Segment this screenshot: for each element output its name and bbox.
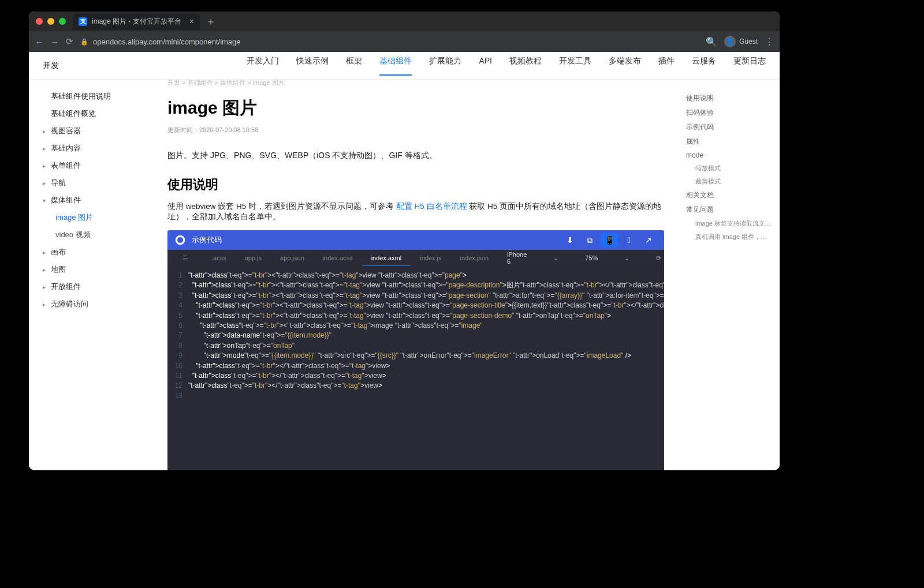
svg-point-1 bbox=[177, 237, 183, 243]
toc-item[interactable]: 扫码体验 bbox=[686, 106, 775, 120]
ant-logo-icon bbox=[174, 234, 186, 246]
sidebar: 基础组件使用说明基础组件概览▸视图容器▸基础内容▸表单组件▸导航▾媒体组件ima… bbox=[29, 80, 150, 470]
code-sample-panel: 示例代码 ⬇ ⧉ 📱 𖣯 ↗ ☰ .acssapp.jsapp.jsoninde… bbox=[167, 230, 664, 470]
tab-title: image 图片 - 支付宝开放平台 bbox=[92, 17, 181, 27]
top-nav-item[interactable]: 框架 bbox=[346, 56, 362, 76]
chevron-icon: ▸ bbox=[43, 301, 47, 308]
device-select[interactable]: iPhone 6 bbox=[498, 251, 536, 265]
share-button[interactable]: ↗ bbox=[640, 233, 657, 247]
favicon-icon: 支 bbox=[79, 17, 87, 26]
back-button[interactable]: ← bbox=[35, 37, 43, 47]
sidebar-item[interactable]: ▸基础内容 bbox=[29, 140, 150, 157]
toc-item[interactable]: 属性 bbox=[686, 134, 775, 149]
top-nav-menu: 开发入门快速示例框架基础组件扩展能力API视频教程开发工具多端发布插件云服务更新… bbox=[247, 56, 766, 76]
toc-item[interactable]: 常见问题 bbox=[686, 203, 775, 217]
browser-window: 支 image 图片 - 支付宝开放平台 × ＋ ← → ⟳ 🔒 opendoc… bbox=[29, 12, 780, 470]
close-window-icon[interactable] bbox=[36, 18, 43, 25]
qr-code-button[interactable]: 𖣯 bbox=[620, 233, 638, 247]
close-tab-icon[interactable]: × bbox=[189, 17, 194, 26]
top-nav-item[interactable]: 开发工具 bbox=[559, 56, 591, 76]
phone-preview-button[interactable]: 📱 bbox=[601, 233, 618, 247]
traffic-lights bbox=[36, 18, 66, 25]
page: 开发 开发入门快速示例框架基础组件扩展能力API视频教程开发工具多端发布插件云服… bbox=[29, 52, 780, 470]
file-tab[interactable]: index.js bbox=[411, 250, 450, 266]
menu-icon[interactable]: ⋮ bbox=[765, 36, 774, 47]
toc-item[interactable]: 示例代码 bbox=[686, 120, 775, 134]
page-body: 基础组件使用说明基础组件概览▸视图容器▸基础内容▸表单组件▸导航▾媒体组件ima… bbox=[29, 80, 780, 470]
file-tab[interactable]: index.axml bbox=[362, 250, 411, 266]
maximize-window-icon[interactable] bbox=[59, 18, 66, 25]
sidebar-item[interactable]: ▸开放组件 bbox=[29, 278, 150, 295]
file-tab[interactable]: .acss bbox=[202, 250, 236, 266]
ide-file-tabs: ☰ .acssapp.jsapp.jsonindex.acssindex.axm… bbox=[167, 250, 664, 266]
file-tree-icon[interactable]: ☰ bbox=[173, 250, 198, 266]
top-nav-item[interactable]: 插件 bbox=[658, 56, 675, 76]
refresh-preview-button[interactable]: ⟳ bbox=[647, 254, 664, 262]
minimize-window-icon[interactable] bbox=[47, 18, 54, 25]
top-nav-item[interactable]: 视频教程 bbox=[509, 56, 542, 76]
sidebar-item[interactable]: ▸画布 bbox=[29, 244, 150, 261]
file-tab[interactable]: index.json bbox=[451, 250, 498, 266]
table-of-contents: 使用说明扫码体验示例代码属性mode缩放模式裁剪模式相关文档常见问题image … bbox=[681, 80, 780, 470]
chevron-down-icon: ⌄ bbox=[544, 254, 568, 262]
address-bar[interactable]: 🔒 opendocs.alipay.com/mini/component/ima… bbox=[80, 38, 699, 46]
main-content: 开发 > 基础组件 > 媒体组件 > image 图片 image 图片 更新时… bbox=[150, 80, 681, 470]
download-button[interactable]: ⬇ bbox=[561, 233, 579, 247]
top-nav-item[interactable]: 快速示例 bbox=[296, 56, 329, 76]
forward-button[interactable]: → bbox=[50, 37, 59, 47]
sidebar-item[interactable]: 基础组件使用说明 bbox=[29, 88, 150, 105]
top-nav-item[interactable]: 开发入门 bbox=[247, 56, 279, 76]
sidebar-item[interactable]: ▸导航 bbox=[29, 174, 150, 192]
sidebar-subitem[interactable]: image 图片 bbox=[29, 209, 150, 226]
toc-item[interactable]: mode bbox=[686, 149, 775, 162]
top-nav-item[interactable]: 云服务 bbox=[692, 56, 716, 76]
avatar-icon: 👤 bbox=[724, 36, 736, 47]
section-usage-title: 使用说明 bbox=[167, 176, 664, 193]
top-nav: 开发 开发入门快速示例框架基础组件扩展能力API视频教程开发工具多端发布插件云服… bbox=[29, 52, 780, 80]
copy-code-button[interactable]: ⧉ bbox=[581, 233, 598, 247]
chevron-icon: ▸ bbox=[43, 128, 47, 134]
whitelist-link[interactable]: 配置 H5 白名单流程 bbox=[396, 202, 467, 211]
sidebar-item[interactable]: ▸无障碍访问 bbox=[29, 295, 150, 313]
code-editor[interactable]: 1"t-attr">class"t-eq">="t-br"><"t-attr">… bbox=[167, 266, 664, 470]
search-icon[interactable]: 🔍 bbox=[706, 36, 717, 47]
sidebar-item[interactable]: ▾媒体组件 bbox=[29, 192, 150, 209]
sidebar-subitem[interactable]: video 视频 bbox=[29, 226, 150, 244]
chevron-icon: ▸ bbox=[43, 180, 47, 186]
new-tab-button[interactable]: ＋ bbox=[206, 14, 216, 28]
sidebar-item[interactable]: ▸表单组件 bbox=[29, 157, 150, 174]
reload-button[interactable]: ⟳ bbox=[66, 36, 73, 47]
window-titlebar: 支 image 图片 - 支付宝开放平台 × ＋ bbox=[29, 12, 780, 31]
chevron-icon: ▸ bbox=[43, 163, 47, 169]
toc-item[interactable]: 使用说明 bbox=[686, 91, 775, 106]
browser-toolbar: ← → ⟳ 🔒 opendocs.alipay.com/mini/compone… bbox=[29, 31, 780, 52]
top-nav-item[interactable]: 基础组件 bbox=[379, 56, 412, 76]
chevron-icon: ▸ bbox=[43, 145, 47, 152]
file-tab[interactable]: app.js bbox=[236, 250, 271, 266]
top-nav-item[interactable]: API bbox=[479, 56, 492, 76]
toc-subitem[interactable]: 缩放模式 bbox=[686, 162, 775, 175]
top-nav-item[interactable]: 扩展能力 bbox=[429, 56, 461, 76]
file-tab[interactable]: index.acss bbox=[314, 250, 362, 266]
sidebar-item[interactable]: ▸地图 bbox=[29, 261, 150, 278]
ide-title: 示例代码 bbox=[192, 235, 222, 245]
toc-item[interactable]: 相关文档 bbox=[686, 188, 775, 203]
profile-chip[interactable]: 👤 Guest bbox=[724, 36, 758, 47]
top-nav-item[interactable]: 多端发布 bbox=[609, 56, 641, 76]
sidebar-item[interactable]: 基础组件概览 bbox=[29, 105, 150, 122]
chevron-down-icon: ⌄ bbox=[615, 254, 639, 262]
toc-subitem[interactable]: 真机调用 image 组件，... bbox=[686, 230, 775, 244]
brand-label: 开发 bbox=[43, 61, 59, 71]
chevron-icon: ▸ bbox=[43, 284, 47, 290]
toc-subitem[interactable]: image 标签支持读取流文... bbox=[686, 217, 775, 230]
breadcrumb: 开发 > 基础组件 > 媒体组件 > image 图片 bbox=[167, 80, 664, 87]
browser-tab[interactable]: 支 image 图片 - 支付宝开放平台 × bbox=[73, 13, 200, 30]
updated-time: 更新时间：2020-07-20 08:10:58 bbox=[167, 126, 664, 134]
zoom-select[interactable]: 75% bbox=[576, 254, 607, 261]
file-tab[interactable]: app.json bbox=[271, 250, 314, 266]
chevron-icon: ▸ bbox=[43, 249, 47, 256]
intro-text: 图片。支持 JPG、PNG、SVG、WEBP（iOS 不支持动图）、GIF 等格… bbox=[167, 151, 664, 161]
top-nav-item[interactable]: 更新日志 bbox=[733, 56, 766, 76]
sidebar-item[interactable]: ▸视图容器 bbox=[29, 122, 150, 140]
toc-subitem[interactable]: 裁剪模式 bbox=[686, 175, 775, 188]
